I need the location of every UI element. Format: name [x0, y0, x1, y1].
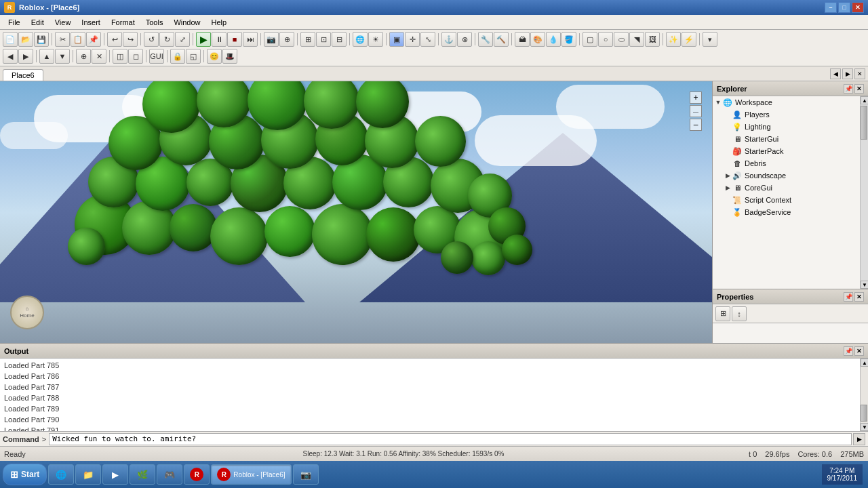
soundscape-expand-icon[interactable]: ▶: [724, 171, 732, 180]
taskbar-app-media[interactable]: ▶: [102, 464, 128, 485]
copy-button[interactable]: 📋: [71, 32, 85, 47]
output-close-button[interactable]: ✕: [854, 346, 864, 356]
redo-button[interactable]: ↪: [123, 32, 138, 47]
command-input[interactable]: [49, 433, 852, 445]
box-button[interactable]: ▢: [583, 32, 597, 47]
menu-tools[interactable]: Tools: [140, 17, 169, 28]
effect1-button[interactable]: ✨: [666, 32, 681, 47]
move-down-button[interactable]: ▼: [55, 49, 70, 64]
viewport[interactable]: ⌂ Home + — –: [0, 81, 712, 343]
taskbar-app-roblox1[interactable]: R: [184, 464, 210, 485]
nav-home-button[interactable]: ⌂ Home: [10, 296, 44, 329]
step-button[interactable]: ⏭: [243, 32, 258, 47]
anchor-button[interactable]: ⚓: [441, 32, 456, 47]
close-tab-button[interactable]: ✕: [854, 68, 865, 79]
terrain-button[interactable]: 🏔: [515, 32, 530, 47]
tree-item-workspace[interactable]: ▼ 🌐 Workspace: [713, 96, 860, 108]
decal-button[interactable]: 🖼: [645, 32, 660, 47]
taskbar-app-nature[interactable]: 🌿: [130, 464, 155, 485]
menu-edit[interactable]: Edit: [26, 17, 50, 28]
menu-format[interactable]: Format: [106, 17, 140, 28]
menu-file[interactable]: File: [3, 17, 26, 28]
stop-button[interactable]: ■: [227, 32, 242, 47]
menu-window[interactable]: Window: [168, 17, 205, 28]
minimize-button[interactable]: –: [825, 2, 837, 13]
sphere-button[interactable]: ○: [598, 32, 613, 47]
menu-view[interactable]: View: [50, 17, 77, 28]
explorer-scroll-thumb[interactable]: [861, 106, 867, 140]
move-up-button[interactable]: ▲: [39, 49, 54, 64]
grid-button[interactable]: ⊞: [300, 32, 315, 47]
lock-button[interactable]: 🔒: [170, 49, 185, 64]
tree-item-coregui[interactable]: ▶ 🖥 CoreGui: [713, 182, 860, 194]
tilt-button[interactable]: ⤢: [175, 32, 190, 47]
explorer-pin-button[interactable]: 📌: [844, 84, 853, 94]
snap-button[interactable]: ⊡: [316, 32, 331, 47]
tree-item-startergui[interactable]: 🖥 StarterGui: [713, 133, 860, 145]
surface2-button[interactable]: ◻: [128, 49, 143, 64]
pause-button[interactable]: ⏸: [212, 32, 226, 47]
maximize-button[interactable]: □: [838, 2, 850, 13]
back-button[interactable]: ◀: [3, 49, 18, 64]
scale-button[interactable]: ⤡: [420, 32, 435, 47]
tree-item-debris[interactable]: 🗑 Debris: [713, 157, 860, 169]
explorer-close-button[interactable]: ✕: [854, 84, 864, 94]
hat-button[interactable]: 🎩: [222, 49, 237, 64]
next-tab-button[interactable]: ▶: [842, 68, 853, 79]
render-button[interactable]: 🌐: [353, 32, 368, 47]
output-scroll-up[interactable]: ▲: [861, 359, 868, 367]
open-button[interactable]: 📂: [18, 32, 33, 47]
effect2-button[interactable]: ⚡: [682, 32, 696, 47]
select-button[interactable]: ▣: [389, 32, 404, 47]
wedge-button[interactable]: ◥: [629, 32, 644, 47]
move-button[interactable]: ✛: [405, 32, 420, 47]
paste-button[interactable]: 📌: [86, 32, 101, 47]
command-enter-button[interactable]: ▶: [853, 433, 865, 445]
clone-button[interactable]: ⊕: [76, 49, 91, 64]
workspace-expand-icon[interactable]: ▼: [714, 98, 722, 106]
taskbar-app-roblox2[interactable]: R Roblox - [Place6]: [211, 464, 291, 485]
start-button[interactable]: ⊞ Start: [3, 464, 47, 485]
menu-help[interactable]: Help: [206, 17, 233, 28]
new-button[interactable]: 📄: [3, 32, 18, 47]
play-button[interactable]: ▶: [196, 32, 211, 47]
delete-button[interactable]: ✕: [92, 49, 106, 64]
cylinder-button[interactable]: ⬭: [614, 32, 629, 47]
undo-button[interactable]: ↩: [107, 32, 122, 47]
render2-button[interactable]: ☀: [368, 32, 383, 47]
paint-button[interactable]: 🎨: [530, 32, 545, 47]
menu-insert[interactable]: Insert: [76, 17, 106, 28]
properties-close-button[interactable]: ✕: [854, 292, 864, 302]
explorer-scrollbar[interactable]: ▲ ▼: [860, 96, 868, 289]
close-button[interactable]: ✕: [852, 2, 864, 13]
tree-item-badgeservice[interactable]: 🏅 BadgeService: [713, 206, 860, 218]
coregui-expand-icon[interactable]: ▶: [724, 184, 732, 192]
properties-pin-button[interactable]: 📌: [844, 292, 853, 302]
more-button[interactable]: ▾: [703, 32, 717, 47]
gui-button[interactable]: GUI: [149, 49, 164, 64]
output-scroll-thumb[interactable]: [861, 405, 867, 422]
taskbar-app-game[interactable]: 🎮: [157, 464, 182, 485]
rotate-left-button[interactable]: ↺: [144, 32, 159, 47]
tree-item-starterpack[interactable]: 🎒 StarterPack: [713, 145, 860, 157]
explorer-scroll-down[interactable]: ▼: [861, 281, 868, 289]
zoom-fit-button[interactable]: ⊕: [279, 32, 294, 47]
save-button[interactable]: 💾: [34, 32, 49, 47]
face-button[interactable]: 😊: [207, 49, 222, 64]
surface-button[interactable]: ◫: [113, 49, 127, 64]
zoom-in-button[interactable]: +: [690, 92, 702, 104]
cut-button[interactable]: ✂: [55, 32, 70, 47]
output-pin-button[interactable]: 📌: [844, 346, 853, 356]
explorer-scroll-up[interactable]: ▲: [861, 96, 868, 104]
forward-button[interactable]: ▶: [18, 49, 33, 64]
prev-tab-button[interactable]: ◀: [830, 68, 841, 79]
collision-button[interactable]: ⊗: [457, 32, 472, 47]
tree-item-scriptcontext[interactable]: 📜 Script Context: [713, 194, 860, 206]
prop-sort-button[interactable]: ↕: [732, 306, 747, 321]
taskbar-app-ie[interactable]: 🌐: [48, 464, 74, 485]
prop-grid-button[interactable]: ⊞: [715, 306, 730, 321]
taskbar-app-files[interactable]: 📁: [75, 464, 101, 485]
tab-place6[interactable]: Place6: [3, 69, 43, 81]
output-scroll-down[interactable]: ▼: [861, 423, 868, 431]
tool2-button[interactable]: 🔨: [494, 32, 509, 47]
